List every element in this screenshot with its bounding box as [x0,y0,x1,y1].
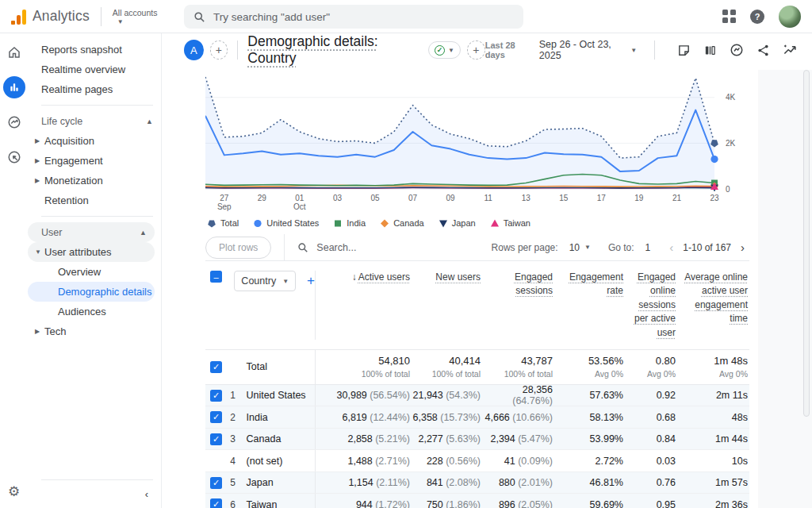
chevron-right-icon: ▶ [35,177,43,184]
note-icon[interactable] [677,44,691,57]
row-checkbox[interactable]: ✓ [210,390,222,402]
legend-label: Taiwan [504,218,530,228]
help-icon[interactable]: ? [750,10,764,24]
compare-icon[interactable] [703,44,717,57]
report-title[interactable]: Demographic details: Country [247,33,420,67]
date-range-value[interactable]: Sep 26 - Oct 23, 2025 [539,39,624,61]
sidebar-item-monetization[interactable]: ▶Monetization [28,171,161,190]
sidebar-item-acquisition[interactable]: ▶Acquisition [28,131,161,151]
svg-text:0: 0 [726,185,730,194]
chevron-down-icon: ▼ [448,47,454,54]
metric-cell: 750 (1.86%) [412,499,482,508]
table-row--not-set-: 4(not set)1,488 (2.71%)228 (0.56%)41 (0.… [205,450,749,472]
dimension-select[interactable]: Country ▼ [234,271,296,291]
sidebar-item-engagement[interactable]: ▶Engagement [28,151,161,171]
sidebar-item-audiences[interactable]: Audiences [28,302,161,321]
table-totals-row: ✓ Total 54,810100% of total40,414100% of… [205,350,749,385]
explore-circle-icon[interactable] [730,43,744,57]
sidebar-item-reports-snapshot[interactable]: Reports snapshot [28,40,161,60]
admin-gear-icon[interactable]: ⚙ [8,483,20,500]
legend-item-taiwan[interactable]: Taiwan [490,218,530,228]
chart-plot-area[interactable]: 4K2K027Sep2901Oct0305070911131517192123 [205,71,760,214]
sidebar-item-demographic-details[interactable]: Demographic details [28,282,155,302]
row-checkbox[interactable]: ✓ [210,411,222,423]
sidebar-item-retention[interactable]: Retention [28,190,161,210]
add-comparison-button[interactable]: + [210,40,228,60]
table-row-united-states: ✓1United States30,989 (56.54%)21,943 (54… [205,385,749,407]
metric-cell: 10s [677,456,749,467]
row-checkbox[interactable]: ✓ [210,477,222,489]
legend-item-united-states[interactable]: United States [253,218,319,228]
row-checkbox[interactable]: ✓ [210,498,222,508]
share-icon[interactable] [756,44,770,57]
legend-item-japan[interactable]: Japan [439,218,476,228]
column-header-active-users[interactable]: ↓Active users [316,271,412,284]
totals-checkbox[interactable]: ✓ [210,361,222,373]
user-avatar[interactable] [779,6,801,28]
sidebar-divider [41,216,153,217]
global-search-input[interactable]: Try searching "add user" [184,5,523,29]
column-header-label: Engaged online sessions per active user [634,271,676,338]
svg-text:05: 05 [370,194,380,202]
row-checkbox[interactable]: ✓ [210,433,222,445]
chevron-down-icon: ▼ [117,18,124,25]
next-page-icon[interactable]: › [736,241,749,254]
table-row-taiwan: ✓6Taiwan944 (1.72%)750 (1.86%)896 (2.05%… [205,494,749,508]
add-report-button[interactable]: + [467,40,485,60]
google-apps-icon[interactable] [722,10,736,23]
plot-rows-button[interactable]: Plot rows [205,237,271,259]
sidebar-item-realtime-pages[interactable]: Realtime pages [28,79,161,99]
chevron-right-icon: ▶ [35,137,43,144]
chevron-down-icon[interactable]: ▼ [584,244,591,251]
country-name: (not set) [247,456,283,467]
comparison-avatar[interactable]: A [184,40,204,60]
report-status-menu[interactable]: ✓ ▼ [428,41,461,59]
add-dimension-button[interactable]: + [307,273,315,289]
sidebar-item-tech[interactable]: ▶Tech [28,321,161,341]
metric-cell: 1m 57s [677,477,749,488]
explore-icon[interactable] [3,111,25,133]
sidebar-item-realtime-overview[interactable]: Realtime overview [28,60,161,79]
row-rank: 4 [230,456,246,467]
chevron-up-icon: ▲ [140,229,147,237]
search-placeholder: Try searching "add user" [213,11,330,23]
metric-cell: 880 (2.01%) [482,477,554,488]
column-header-new-users[interactable]: New users [412,271,482,284]
column-header-average-online-active-user-engagement-time[interactable]: Average online active user engagement ti… [677,271,749,326]
vertical-scrollbar[interactable] [803,70,810,417]
goto-input[interactable]: 1 [645,242,651,253]
insights-icon[interactable] [783,43,798,58]
column-header-engagement-rate[interactable]: Engagement rate [554,271,625,298]
select-all-checkbox[interactable]: – [210,271,222,283]
metric-cell: 2m 11s [677,390,749,401]
table-search-input[interactable]: Search... [297,242,491,253]
legend-item-india[interactable]: India [333,218,366,228]
country-name: Canada [247,433,282,444]
square-marker-icon [333,218,343,228]
collapse-sidebar-button[interactable]: ‹ [28,480,161,508]
metric-cell: 0.95 [625,499,677,508]
sidebar-item-overview[interactable]: Overview [28,262,161,282]
legend-item-canada[interactable]: Canada [380,218,424,228]
column-header-engaged-online-sessions-per-active-user[interactable]: Engaged online sessions per active user [625,271,677,340]
column-header-engaged-sessions[interactable]: Engaged sessions [482,271,554,298]
home-icon[interactable] [3,41,25,64]
sidebar-item-label: Realtime pages [41,83,113,95]
previous-page-icon[interactable]: ‹ [665,241,678,254]
rows-per-page-value[interactable]: 10 [569,242,580,253]
search-icon [297,242,308,253]
metric-cell: 0.68 [625,412,677,423]
country-name: Taiwan [247,499,278,508]
metric-cell: 0.84 [625,433,677,444]
account-switcher[interactable]: All accounts ▼ [113,8,158,25]
legend-label: Japan [452,218,476,228]
sidebar-section-user[interactable]: User▲ [28,222,155,242]
sidebar-section-life-cycle[interactable]: Life cycle▲ [28,111,161,131]
reports-icon[interactable] [3,76,25,98]
sidebar-item-label: Overview [58,266,101,278]
analytics-logo[interactable]: Analytics [0,8,90,25]
search-icon [193,11,205,23]
advertising-icon[interactable] [3,146,25,168]
sidebar-item-user-attributes[interactable]: ▼User attributes [28,242,155,262]
legend-item-total[interactable]: Total [207,218,239,228]
